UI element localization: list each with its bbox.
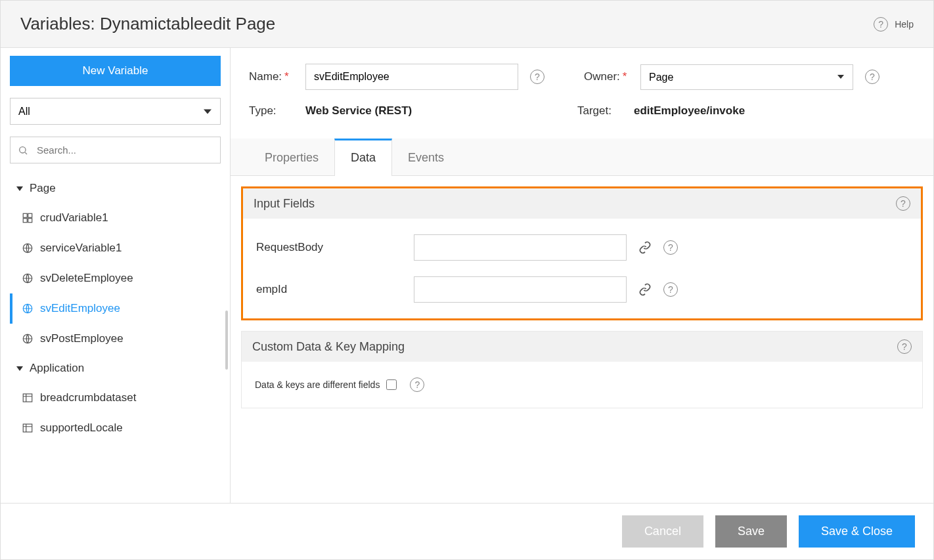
target-value: editEmployee/invoke: [634, 104, 745, 118]
tree-group-application[interactable]: Application: [10, 354, 221, 383]
dialog-header: Variables: Dynamictableedit Page ? Help: [1, 1, 933, 48]
help-icon: ?: [874, 17, 888, 32]
help-link[interactable]: ? Help: [874, 17, 914, 32]
help-label: Help: [895, 19, 914, 30]
help-icon[interactable]: ?: [530, 70, 545, 84]
panel-body: Data & keys are different fields ?: [242, 362, 922, 408]
field-row-requestbody: RequestBody ?: [256, 226, 908, 269]
row-name-owner: Name:* ? Owner:* Page ?: [249, 64, 915, 90]
panel-area: Input Fields ? RequestBody ? empId: [231, 176, 933, 503]
caret-down-icon: [16, 366, 23, 371]
web-icon: [22, 333, 33, 345]
dataset-icon: [22, 422, 33, 434]
requestbody-input[interactable]: [414, 234, 627, 261]
tree-item-breadcrumbdataset[interactable]: breadcrumbdataset: [10, 383, 221, 413]
dialog-body: New Variable All Page crudV: [1, 48, 933, 503]
help-icon[interactable]: ?: [865, 70, 879, 84]
variable-tree: Page crudVariable1 serviceVariable1 svDe…: [10, 174, 221, 503]
tree-group-page[interactable]: Page: [10, 174, 221, 203]
checkbox-row: Data & keys are different fields ?: [255, 370, 909, 400]
main-panel: Name:* ? Owner:* Page ?: [231, 48, 933, 503]
custom-mapping-title: Custom Data & Key Mapping: [252, 340, 405, 354]
help-icon[interactable]: ?: [663, 240, 678, 255]
checkbox-label: Data & keys are different fields: [255, 379, 380, 390]
type-value: Web Service (REST): [305, 104, 412, 118]
dataset-icon: [22, 392, 33, 404]
caret-down-icon: [16, 186, 23, 191]
owner-label: Owner:*: [584, 70, 627, 83]
empid-input[interactable]: [414, 276, 627, 303]
dialog-title: Variables: Dynamictableedit Page: [20, 14, 275, 34]
crud-icon: [22, 212, 33, 224]
svg-point-0: [20, 146, 26, 152]
svg-rect-4: [23, 219, 27, 223]
filter-select-wrap: All: [10, 98, 221, 125]
svg-rect-3: [28, 213, 32, 217]
type-label: Type:: [249, 104, 277, 118]
help-icon[interactable]: ?: [896, 196, 910, 211]
web-icon: [22, 242, 33, 254]
svg-rect-11: [23, 424, 32, 432]
input-fields-title: Input Fields: [254, 197, 315, 211]
field-row-empid: empId ?: [256, 269, 908, 311]
target-label: Target:: [577, 104, 612, 118]
bind-icon[interactable]: [638, 241, 652, 254]
filter-select[interactable]: All: [10, 98, 221, 125]
panel-body: RequestBody ? empId ?: [243, 219, 921, 318]
tab-properties[interactable]: Properties: [249, 139, 334, 175]
tree-item-crudvariable1[interactable]: crudVariable1: [10, 203, 221, 233]
svg-rect-5: [28, 219, 32, 223]
owner-select[interactable]: Page: [640, 64, 853, 90]
svg-line-1: [25, 152, 27, 154]
save-close-button[interactable]: Save & Close: [799, 515, 915, 548]
web-icon: [22, 303, 33, 314]
search-wrap: [10, 137, 221, 163]
form-top: Name:* ? Owner:* Page ?: [231, 48, 933, 139]
panel-header: Input Fields ?: [243, 188, 921, 219]
tree-item-sveditemployee[interactable]: svEditEmployee: [10, 293, 221, 324]
svg-rect-2: [23, 213, 27, 217]
field-label: RequestBody: [256, 241, 414, 254]
dialog-footer: Cancel Save Save & Close: [1, 503, 933, 559]
tree-item-svdeleteemployee[interactable]: svDeleteEmployee: [10, 263, 221, 293]
search-input[interactable]: [10, 137, 221, 163]
search-icon: [18, 145, 28, 156]
bind-icon[interactable]: [638, 283, 652, 296]
panel-header: Custom Data & Key Mapping ?: [242, 332, 922, 362]
name-input[interactable]: [305, 64, 518, 90]
row-type-target: Type: Web Service (REST) Target: editEmp…: [249, 104, 915, 118]
tabs: Properties Data Events: [231, 139, 933, 176]
tab-events[interactable]: Events: [392, 139, 460, 175]
name-label: Name:*: [249, 70, 289, 83]
save-button[interactable]: Save: [715, 515, 787, 548]
new-variable-button[interactable]: New Variable: [10, 56, 221, 86]
tree-item-servicevariable1[interactable]: serviceVariable1: [10, 233, 221, 263]
help-icon[interactable]: ?: [410, 377, 424, 392]
tree-item-svpostemployee[interactable]: svPostEmployee: [10, 324, 221, 354]
cancel-button[interactable]: Cancel: [622, 515, 703, 548]
variables-dialog: Variables: Dynamictableedit Page ? Help …: [0, 0, 934, 560]
different-fields-checkbox[interactable]: [386, 379, 397, 390]
sidebar: New Variable All Page crudV: [1, 48, 231, 503]
tab-data[interactable]: Data: [334, 139, 392, 176]
scrollbar[interactable]: [225, 311, 228, 370]
input-fields-panel: Input Fields ? RequestBody ? empId: [241, 186, 923, 320]
svg-rect-10: [23, 394, 32, 402]
help-icon[interactable]: ?: [897, 339, 912, 354]
web-icon: [22, 272, 33, 284]
custom-mapping-panel: Custom Data & Key Mapping ? Data & keys …: [241, 331, 923, 408]
help-icon[interactable]: ?: [663, 282, 678, 297]
field-label: empId: [256, 283, 414, 296]
tree-item-supportedlocale[interactable]: supportedLocale: [10, 413, 221, 443]
